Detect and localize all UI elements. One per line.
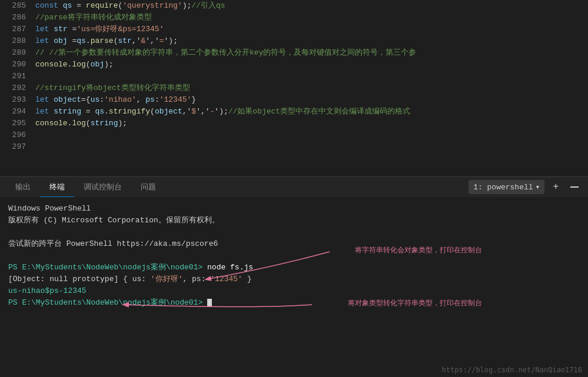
terminal-line: PS E:\MyStudents\NodeWeb\nodejs案例\node01… [8, 297, 580, 309]
code-line: 290console.log(obj); [0, 59, 588, 71]
terminal-area[interactable]: Windows PowerShell版权所有 (C) Microsoft Cor… [0, 197, 588, 377]
code-line: 292//stringify将object类型转化字符串类型 [0, 82, 588, 94]
line-content: const qs = require('querystring');//引入qs [35, 0, 588, 12]
code-editor: 285const qs = require('querystring');//引… [0, 0, 588, 176]
code-line: 295console.log(string); [0, 118, 588, 129]
line-content: let string = qs.stringify(object,'$','-'… [35, 106, 588, 118]
line-number: 291 [0, 71, 35, 82]
line-content [35, 71, 588, 82]
line-content: //stringify将object类型转化字符串类型 [35, 82, 588, 94]
line-number: 288 [0, 35, 35, 47]
line-content: let obj =qs.parse(str,'&','='); [35, 35, 588, 47]
panel-tab-问题[interactable]: 问题 [131, 177, 165, 198]
line-content: console.log(string); [35, 118, 588, 129]
terminal-line: 尝试新的跨平台 PowerShell https://aka.ms/pscore… [8, 238, 580, 250]
close-panel-button[interactable] [567, 181, 582, 193]
code-line: 286//parse将字符串转化成对象类型 [0, 12, 588, 24]
line-number: 293 [0, 94, 35, 106]
code-line: 297 [0, 141, 588, 153]
code-line: 288let obj =qs.parse(str,'&','='); [0, 35, 588, 47]
panel-tab-输出[interactable]: 输出 [6, 177, 40, 198]
panel-tabs: 输出终端调试控制台问题 1: powershell ▾ + [0, 176, 588, 197]
code-line: 293let object={us:'nihao', ps:'12345'} [0, 94, 588, 106]
terminal-line: [Object: null prototype] { us: '你好呀', ps… [8, 273, 580, 285]
svg-rect-0 [570, 186, 579, 188]
line-number: 294 [0, 106, 35, 118]
terminal-line: Windows PowerShell [8, 203, 580, 215]
terminal-line: PS E:\MyStudents\NodeWeb\nodejs案例\node01… [8, 262, 580, 273]
line-content: console.log(obj); [35, 59, 588, 71]
line-number: 295 [0, 118, 35, 129]
line-content [35, 141, 588, 153]
line-content: // //第一个参数要传转成对象的字符串，第二个参数传入分开key的符号，及每对… [35, 47, 588, 59]
panel-tab-调试控制台[interactable]: 调试控制台 [74, 177, 131, 198]
watermark: https://blog.csdn.net/NanQiao1716 [442, 366, 582, 374]
line-content: let object={us:'nihao', ps:'12345'} [35, 94, 588, 106]
line-number: 290 [0, 59, 35, 71]
line-number: 289 [0, 47, 35, 59]
code-line: 287let str ='us=你好呀&ps=12345' [0, 24, 588, 35]
code-line: 296 [0, 129, 588, 141]
line-number: 292 [0, 82, 35, 94]
line-number: 285 [0, 0, 35, 12]
line-content: let str ='us=你好呀&ps=12345' [35, 24, 588, 35]
line-content [35, 129, 588, 141]
terminal-selector[interactable]: 1: powershell ▾ [469, 180, 544, 194]
line-number: 296 [0, 129, 35, 141]
terminal-line [8, 226, 580, 238]
line-number: 297 [0, 141, 35, 153]
terminal-line [8, 250, 580, 262]
panel-tab-终端[interactable]: 终端 [40, 177, 74, 198]
code-line: 294let string = qs.stringify(object,'$',… [0, 106, 588, 118]
code-line: 291 [0, 71, 588, 82]
chevron-down-icon: ▾ [536, 182, 540, 192]
add-terminal-button[interactable]: + [549, 179, 562, 195]
code-line: 289// //第一个参数要传转成对象的字符串，第二个参数传入分开key的符号，… [0, 47, 588, 59]
line-number: 286 [0, 12, 35, 24]
terminal-line: us-nihao$ps-12345 [8, 285, 580, 297]
line-content: //parse将字符串转化成对象类型 [35, 12, 588, 24]
code-line: 285const qs = require('querystring');//引… [0, 0, 588, 12]
line-number: 287 [0, 24, 35, 35]
terminal-line: 版权所有 (C) Microsoft Corporation。保留所有权利。 [8, 215, 580, 226]
terminal-selector-label: 1: powershell [473, 183, 533, 192]
